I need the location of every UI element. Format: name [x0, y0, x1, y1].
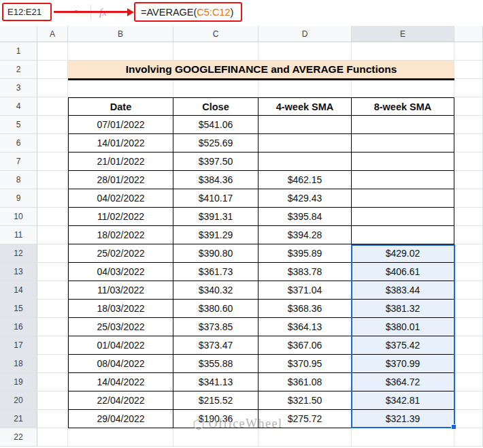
cell-A3[interactable]: [37, 79, 68, 97]
cell-E14[interactable]: $383.44: [352, 281, 454, 300]
column-header-B[interactable]: B: [68, 26, 173, 42]
select-all-corner[interactable]: [0, 26, 37, 42]
cell-C15[interactable]: $380.60: [173, 300, 259, 318]
row-header-1[interactable]: 1: [0, 42, 37, 61]
column-header-C[interactable]: C: [173, 26, 259, 42]
cell-A6[interactable]: [37, 134, 68, 153]
cell-E10[interactable]: [352, 208, 454, 226]
column-header-E[interactable]: E: [352, 26, 454, 42]
cell-C11[interactable]: $391.29: [173, 226, 259, 244]
cell-B16[interactable]: 25/03/2022: [68, 318, 173, 336]
cell-D15[interactable]: $368.36: [259, 300, 352, 318]
cell-E12[interactable]: $429.02: [352, 244, 454, 263]
cell-A4[interactable]: [37, 97, 68, 116]
row-header-11[interactable]: 11: [0, 226, 37, 244]
cell-E16[interactable]: $380.01: [352, 318, 454, 336]
cell-A15[interactable]: [37, 300, 68, 318]
cell-B17[interactable]: 01/04/2022: [68, 336, 173, 355]
cell-D8[interactable]: $462.15: [259, 171, 352, 189]
cell-E13[interactable]: $406.61: [352, 263, 454, 281]
cell-E11[interactable]: [352, 226, 454, 244]
cell-D3[interactable]: [259, 79, 352, 97]
cell-D11[interactable]: $394.28: [259, 226, 352, 244]
cell-A18[interactable]: [37, 355, 68, 373]
cell-D17[interactable]: $367.06: [259, 336, 352, 355]
cell-C7[interactable]: $397.50: [173, 153, 259, 171]
cell-D6[interactable]: [259, 134, 352, 153]
cell-D12[interactable]: $395.89: [259, 244, 352, 263]
cell-C14[interactable]: $340.32: [173, 281, 259, 300]
cell-A2[interactable]: [37, 61, 68, 79]
row-header-14[interactable]: 14: [0, 281, 37, 300]
cell-D10[interactable]: $395.84: [259, 208, 352, 226]
cell-A21[interactable]: [37, 410, 68, 428]
cell-C4[interactable]: Close: [173, 97, 259, 116]
cell-D16[interactable]: $364.13: [259, 318, 352, 336]
cell-B1[interactable]: [68, 42, 173, 61]
cell-E4[interactable]: 8-week SMA: [352, 97, 454, 116]
cell-E17[interactable]: $375.42: [352, 336, 454, 355]
cell-B14[interactable]: 11/03/2022: [68, 281, 173, 300]
cell-B15[interactable]: 18/03/2022: [68, 300, 173, 318]
column-header-A[interactable]: A: [37, 26, 68, 42]
cell-D21[interactable]: $275.72: [259, 410, 352, 428]
row-header-18[interactable]: 18: [0, 355, 37, 373]
row-header-17[interactable]: 17: [0, 336, 37, 355]
cell-A19[interactable]: [37, 373, 68, 391]
cell-B21[interactable]: 29/04/2022: [68, 410, 173, 428]
row-header-2[interactable]: 2: [0, 61, 37, 79]
cell-B3[interactable]: [68, 79, 173, 97]
cell-D20[interactable]: $321.50: [259, 391, 352, 410]
row-header-10[interactable]: 10: [0, 208, 37, 226]
cell-A11[interactable]: [37, 226, 68, 244]
row-header-9[interactable]: 9: [0, 189, 37, 208]
cell-C17[interactable]: $373.47: [173, 336, 259, 355]
column-header-D[interactable]: D: [259, 26, 352, 42]
cell-E15[interactable]: $381.32: [352, 300, 454, 318]
cell-D7[interactable]: [259, 153, 352, 171]
cell-A16[interactable]: [37, 318, 68, 336]
cell-E22[interactable]: [352, 428, 454, 447]
cell-B18[interactable]: 08/04/2022: [68, 355, 173, 373]
cell-B22[interactable]: [68, 428, 173, 447]
cell-C21[interactable]: $190.36: [173, 410, 259, 428]
formula-input[interactable]: =AVERAGE(C5:C12): [134, 2, 242, 22]
cell-C19[interactable]: $341.13: [173, 373, 259, 391]
fill-handle[interactable]: [451, 424, 456, 430]
cell-B11[interactable]: 18/02/2022: [68, 226, 173, 244]
cell-E9[interactable]: [352, 189, 454, 208]
cell-B8[interactable]: 28/01/2022: [68, 171, 173, 189]
cell-A10[interactable]: [37, 208, 68, 226]
row-header-7[interactable]: 7: [0, 153, 37, 171]
cell-C10[interactable]: $391.31: [173, 208, 259, 226]
cell-B20[interactable]: 22/04/2022: [68, 391, 173, 410]
cell-E3[interactable]: [352, 79, 454, 97]
cell-D18[interactable]: $370.95: [259, 355, 352, 373]
cell-C18[interactable]: $355.88: [173, 355, 259, 373]
cell-B9[interactable]: 04/02/2022: [68, 189, 173, 208]
row-header-15[interactable]: 15: [0, 300, 37, 318]
cell-B5[interactable]: 07/01/2022: [68, 116, 173, 134]
row-header-5[interactable]: 5: [0, 116, 37, 134]
cell-E20[interactable]: $342.81: [352, 391, 454, 410]
cell-C8[interactable]: $384.36: [173, 171, 259, 189]
row-header-20[interactable]: 20: [0, 391, 37, 410]
cell-B10[interactable]: 11/02/2022: [68, 208, 173, 226]
cell-C6[interactable]: $525.69: [173, 134, 259, 153]
cell-A12[interactable]: [37, 244, 68, 263]
row-header-13[interactable]: 13: [0, 263, 37, 281]
cell-A1[interactable]: [37, 42, 68, 61]
row-header-22[interactable]: 22: [0, 428, 37, 447]
cell-B13[interactable]: 04/03/2022: [68, 263, 173, 281]
row-header-3[interactable]: 3: [0, 79, 37, 97]
cell-D1[interactable]: [259, 42, 352, 61]
cell-C5[interactable]: $541.06: [173, 116, 259, 134]
cell-C13[interactable]: $361.73: [173, 263, 259, 281]
cell-E19[interactable]: $364.72: [352, 373, 454, 391]
cell-B6[interactable]: 14/01/2022: [68, 134, 173, 153]
row-header-8[interactable]: 8: [0, 171, 37, 189]
cell-A13[interactable]: [37, 263, 68, 281]
row-header-16[interactable]: 16: [0, 318, 37, 336]
cell-E21[interactable]: $321.39: [352, 410, 454, 428]
cell-E1[interactable]: [352, 42, 454, 61]
